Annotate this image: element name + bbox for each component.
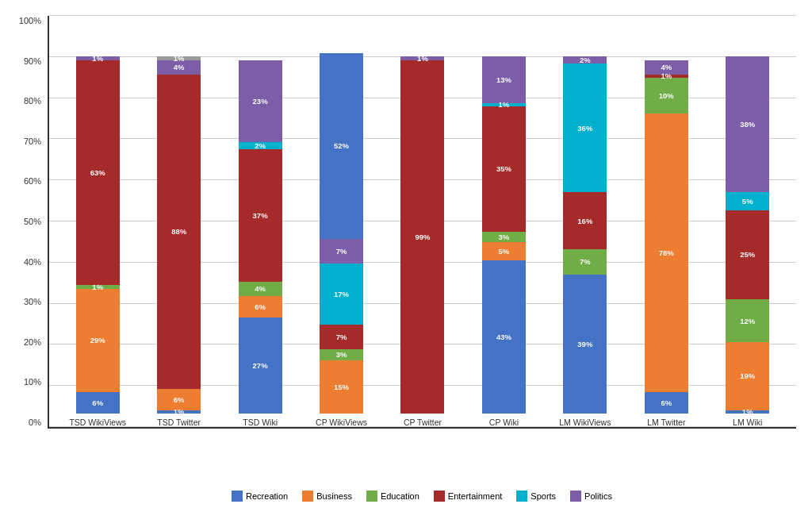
segment-label: 7% bbox=[336, 333, 347, 341]
bar-wrapper: 15%3%7%17%7%52% bbox=[320, 53, 363, 414]
legend-color-box bbox=[434, 491, 445, 502]
segment-label: 36% bbox=[577, 124, 592, 133]
legend-color-box bbox=[302, 491, 313, 502]
bar-segment: 13% bbox=[482, 56, 526, 103]
legend-item: Business bbox=[302, 491, 352, 502]
bar-segment: 1% bbox=[157, 56, 201, 60]
segment-label: 35% bbox=[496, 164, 511, 173]
segment-label: 7% bbox=[336, 247, 347, 256]
bar-segment: 3% bbox=[320, 349, 363, 360]
bar-group: 43%5%3%35%1%13%CP Wiki bbox=[463, 56, 544, 427]
bar-segment: 1% bbox=[157, 410, 201, 414]
legend-label: Politics bbox=[584, 491, 612, 501]
segment-label: 4% bbox=[661, 63, 672, 71]
segment-label: 1% bbox=[661, 71, 672, 80]
bar-segment: 29% bbox=[76, 289, 120, 393]
segment-label: 13% bbox=[496, 75, 511, 84]
y-axis-label: 20% bbox=[6, 337, 41, 347]
segment-label: 12% bbox=[740, 317, 755, 325]
bar-group: 15%3%7%17%7%52%CP WikiViews bbox=[301, 53, 381, 428]
segment-label: 6% bbox=[92, 398, 103, 407]
bar-segment: 38% bbox=[726, 56, 769, 192]
segment-label: 43% bbox=[496, 333, 511, 341]
bar-segment: 39% bbox=[563, 275, 607, 414]
segment-label: 6% bbox=[174, 395, 185, 404]
bar-wrapper: 43%5%3%35%1%13% bbox=[482, 56, 526, 414]
segment-label: 4% bbox=[174, 63, 185, 71]
bar-group: 1%19%12%25%5%38%LM Wiki bbox=[707, 56, 788, 427]
bar-wrapper: 6%29%1%63%1% bbox=[76, 56, 120, 414]
bar-segment: 52% bbox=[320, 53, 363, 239]
bar-segment: 10% bbox=[645, 78, 688, 114]
bar-group: 6%78%10%1%4%LM Twitter bbox=[626, 60, 707, 428]
bar-wrapper: 1%6%88%4%1% bbox=[157, 56, 201, 414]
segment-label: 1% bbox=[417, 54, 428, 63]
legend-item: Politics bbox=[570, 491, 612, 502]
segment-label: 29% bbox=[90, 336, 105, 344]
bar-segment: 27% bbox=[239, 318, 282, 414]
segment-label: 38% bbox=[740, 120, 755, 129]
bar-wrapper: 1%19%12%25%5%38% bbox=[726, 56, 769, 414]
x-axis-label: LM WikiViews bbox=[559, 418, 611, 427]
segment-label: 27% bbox=[253, 361, 268, 370]
bar-wrapper: 27%6%4%37%2%23% bbox=[239, 60, 282, 414]
bar-segment: 1% bbox=[400, 56, 444, 60]
segment-label: 23% bbox=[253, 97, 268, 106]
bar-segment: 7% bbox=[563, 249, 607, 275]
segment-label: 10% bbox=[659, 91, 674, 100]
legend-label: Sports bbox=[530, 491, 556, 501]
bar-group: 99%1%CP Twitter bbox=[382, 56, 463, 427]
y-axis-label: 90% bbox=[6, 56, 41, 66]
x-axis-label: LM Twitter bbox=[647, 418, 685, 427]
legend-item: Recreation bbox=[232, 491, 288, 502]
bar-group: 27%6%4%37%2%23%TSD Wiki bbox=[220, 60, 301, 428]
segment-label: 88% bbox=[171, 227, 186, 236]
segment-label: 39% bbox=[577, 340, 592, 348]
bar-segment: 5% bbox=[726, 192, 769, 210]
legend-color-box bbox=[570, 491, 581, 502]
legend: RecreationBusinessEducationEntertainment… bbox=[48, 491, 796, 502]
segment-label: 5% bbox=[742, 197, 753, 206]
segment-label: 1% bbox=[742, 407, 753, 416]
y-axis-label: 0% bbox=[6, 418, 41, 427]
bar-segment: 6% bbox=[239, 296, 282, 318]
bar-segment: 63% bbox=[76, 60, 120, 286]
segment-label: 2% bbox=[580, 56, 591, 64]
segment-label: 6% bbox=[661, 398, 672, 407]
bar-segment: 37% bbox=[239, 149, 282, 282]
x-axis-label: TSD Twitter bbox=[157, 418, 201, 427]
legend-item: Entertainment bbox=[434, 491, 502, 502]
legend-label: Recreation bbox=[246, 491, 288, 501]
y-axis-label: 30% bbox=[6, 297, 41, 306]
bar-segment: 1% bbox=[726, 410, 769, 414]
bar-segment: 23% bbox=[239, 60, 282, 143]
y-axis-label: 50% bbox=[6, 217, 41, 226]
segment-label: 19% bbox=[740, 371, 755, 380]
y-axis-label: 40% bbox=[6, 257, 41, 267]
y-axis: 0%10%20%30%40%50%60%70%80%90%100% bbox=[6, 16, 41, 427]
bar-segment: 19% bbox=[726, 342, 769, 410]
x-axis-label: LM Wiki bbox=[733, 418, 762, 427]
bar-wrapper: 99%1% bbox=[400, 56, 444, 414]
bar-segment: 25% bbox=[726, 210, 769, 300]
chart-container: 0%10%20%30%40%50%60%70%80%90%100% 6%29%1… bbox=[0, 0, 812, 508]
x-axis-label: TSD Wiki bbox=[243, 418, 278, 427]
bar-segment: 6% bbox=[645, 392, 688, 414]
legend-color-box bbox=[232, 491, 243, 502]
bar-segment: 5% bbox=[482, 242, 526, 260]
bar-wrapper: 39%7%16%36%2% bbox=[563, 56, 607, 414]
bar-segment: 7% bbox=[320, 239, 363, 264]
segment-label: 63% bbox=[90, 168, 105, 177]
y-axis-label: 10% bbox=[6, 377, 41, 387]
bar-segment: 2% bbox=[563, 56, 607, 64]
chart-area: 0%10%20%30%40%50%60%70%80%90%100% 6%29%1… bbox=[48, 16, 796, 429]
legend-label: Education bbox=[381, 491, 419, 501]
legend-label: Business bbox=[316, 491, 352, 501]
bar-wrapper: 6%78%10%1%4% bbox=[645, 60, 688, 414]
bar-segment: 12% bbox=[726, 299, 769, 342]
segment-label: 15% bbox=[334, 383, 349, 391]
bar-group: 6%29%1%63%1%TSD WikiViews bbox=[57, 56, 138, 427]
segment-label: 1% bbox=[92, 283, 103, 291]
segment-label: 78% bbox=[659, 248, 674, 257]
bar-segment: 1% bbox=[645, 75, 688, 79]
